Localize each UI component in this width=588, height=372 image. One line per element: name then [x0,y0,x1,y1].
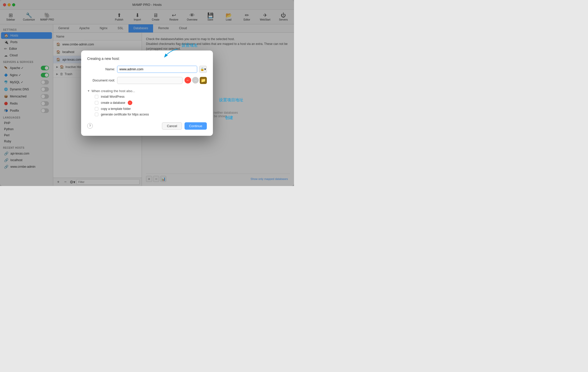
doc-root-back-button[interactable]: ← [185,77,191,83]
cert-label: generate certificate for https access [101,113,149,116]
doc-root-forward-button[interactable]: → [192,77,199,83]
modal-title: Creating a new host: [87,57,207,61]
annotation-domain: 设置域名 [181,43,198,48]
cert-checkbox[interactable] [95,113,98,116]
new-host-modal: 设置域名 Creating a new host: Name: 🔒▾ Docum… [81,50,213,136]
create-db-checkbox[interactable] [95,101,98,105]
checkbox-create-db: create a database ← [87,99,207,106]
doc-root-row: Document root: ← → 📁 [87,77,207,84]
name-suffix-btn[interactable]: 🔒▾ [199,66,207,73]
checkbox-copy-template: copy a template folder [87,106,207,112]
collapsible-arrow: ▼ [87,89,90,92]
checkbox-cert: generate certificate for https access [87,112,207,117]
create-db-badge[interactable]: ← [128,100,132,105]
wordpress-checkbox[interactable] [95,95,98,98]
doc-root-browse-button[interactable]: 📁 [200,77,207,84]
collapsible-title: When creating the host also... [91,89,135,93]
annotation-project: 设置项目地址 [219,97,243,103]
wordpress-label: install WordPress [101,95,124,98]
continue-button[interactable]: Continue [185,122,207,130]
copy-template-label: copy a template folder [101,107,131,111]
create-db-label: create a database [101,101,125,105]
checkbox-wordpress: install WordPress [87,94,207,99]
copy-template-checkbox[interactable] [95,107,98,111]
doc-root-label: Document root: [87,78,115,82]
doc-root-input[interactable] [117,77,182,84]
modal-overlay: 设置域名 Creating a new host: Name: 🔒▾ Docum… [0,0,294,186]
name-input[interactable] [117,66,197,73]
name-label: Name: [87,67,115,71]
modal-footer-right: Cancel Continue [162,122,207,130]
when-creating-section: ▼ When creating the host also... install… [87,88,207,117]
modal-footer: ? Cancel Continue [87,122,207,130]
annotation-create: 创建 [225,115,233,121]
help-button[interactable]: ? [87,123,93,129]
cancel-button[interactable]: Cancel [162,122,182,130]
name-row: Name: 🔒▾ [87,66,207,73]
collapsible-header[interactable]: ▼ When creating the host also... [87,88,207,94]
